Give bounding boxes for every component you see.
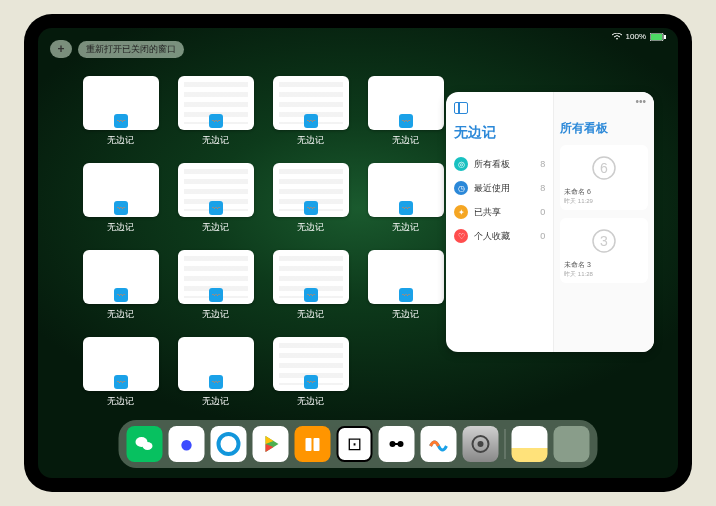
- window-label: 无边记: [297, 308, 324, 321]
- battery-icon: [650, 33, 666, 41]
- window-thumbnail[interactable]: 无边记: [268, 337, 353, 408]
- freeform-app-icon: [209, 375, 223, 389]
- nav-item[interactable]: ◷最近使用8: [454, 176, 545, 200]
- window-preview[interactable]: [368, 163, 444, 217]
- nav-item-count: 0: [540, 207, 545, 217]
- dock-app-books[interactable]: [295, 426, 331, 462]
- battery-percent: 100%: [626, 32, 646, 41]
- window-label: 无边记: [392, 134, 419, 147]
- dock-app-settings[interactable]: [463, 426, 499, 462]
- window-label: 无边记: [202, 395, 229, 408]
- board-sketch: 6: [564, 149, 644, 187]
- window-preview[interactable]: [83, 337, 159, 391]
- window-thumbnail[interactable]: 无边记: [173, 337, 258, 408]
- reopen-closed-window-button[interactable]: 重新打开已关闭的窗口: [78, 41, 184, 58]
- panel-title: 无边记: [454, 124, 545, 142]
- window-label: 无边记: [202, 308, 229, 321]
- board-sketch: 3: [564, 222, 644, 260]
- window-preview[interactable]: [178, 337, 254, 391]
- app-expose-grid: 无边记无边记无边记无边记无边记无边记无边记无边记无边记无边记无边记无边记无边记无…: [78, 76, 448, 408]
- window-preview[interactable]: [273, 76, 349, 130]
- window-label: 无边记: [392, 308, 419, 321]
- window-label: 无边记: [202, 134, 229, 147]
- window-preview[interactable]: [178, 76, 254, 130]
- window-thumbnail[interactable]: 无边记: [363, 76, 448, 147]
- freeform-app-icon: [399, 201, 413, 215]
- window-preview[interactable]: [83, 163, 159, 217]
- window-thumbnail[interactable]: 无边记: [78, 76, 163, 147]
- panel-boards: 所有看板 6未命名 6昨天 11:293未命名 3昨天 11:28: [554, 92, 654, 352]
- window-thumbnail[interactable]: 无边记: [363, 163, 448, 234]
- more-icon[interactable]: •••: [635, 96, 646, 107]
- dock-app-freeform[interactable]: [421, 426, 457, 462]
- window-label: 无边记: [202, 221, 229, 234]
- nav-item-label: 所有看板: [474, 158, 510, 171]
- window-preview[interactable]: [178, 250, 254, 304]
- freeform-app-icon: [304, 288, 318, 302]
- panel-right-title: 所有看板: [560, 120, 648, 137]
- window-label: 无边记: [107, 134, 134, 147]
- window-preview[interactable]: [368, 76, 444, 130]
- nav-item-label: 个人收藏: [474, 230, 510, 243]
- window-thumbnail[interactable]: 无边记: [268, 163, 353, 234]
- window-thumbnail[interactable]: 无边记: [173, 250, 258, 321]
- dock-app-folder[interactable]: [554, 426, 590, 462]
- freeform-app-icon: [304, 114, 318, 128]
- nav-item-label: 已共享: [474, 206, 501, 219]
- nav-item[interactable]: ♡个人收藏0: [454, 224, 545, 248]
- window-thumbnail[interactable]: 无边记: [173, 76, 258, 147]
- freeform-sidebar-panel[interactable]: ••• 无边记 ◎所有看板8◷最近使用8✦已共享0♡个人收藏0 所有看板 6未命…: [446, 92, 654, 352]
- svg-text:6: 6: [600, 160, 608, 176]
- freeform-app-icon: [304, 375, 318, 389]
- svg-rect-14: [314, 438, 320, 451]
- window-label: 无边记: [107, 221, 134, 234]
- freeform-app-icon: [209, 201, 223, 215]
- board-meta: 未命名 6昨天 11:29: [564, 187, 644, 206]
- window-thumbnail[interactable]: 无边记: [78, 163, 163, 234]
- window-thumbnail[interactable]: 无边记: [78, 337, 163, 408]
- window-thumbnail[interactable]: 无边记: [173, 163, 258, 234]
- dock-app-dots[interactable]: ⊡: [337, 426, 373, 462]
- svg-point-19: [478, 441, 484, 447]
- dock-app-bw[interactable]: [379, 426, 415, 462]
- sidebar-toggle-icon[interactable]: [454, 102, 468, 114]
- svg-point-8: [143, 442, 153, 450]
- window-preview[interactable]: [83, 250, 159, 304]
- freeform-app-icon: [114, 288, 128, 302]
- window-preview[interactable]: [273, 250, 349, 304]
- freeform-app-icon: [399, 288, 413, 302]
- nav-item-icon: ♡: [454, 229, 468, 243]
- dock: ●⊡: [119, 420, 598, 468]
- dock-separator: [505, 429, 506, 459]
- nav-item-icon: ✦: [454, 205, 468, 219]
- dock-app-wechat[interactable]: [127, 426, 163, 462]
- window-preview[interactable]: [273, 337, 349, 391]
- nav-item[interactable]: ✦已共享0: [454, 200, 545, 224]
- window-thumbnail[interactable]: 无边记: [268, 250, 353, 321]
- board-card[interactable]: 3未命名 3昨天 11:28: [560, 218, 648, 283]
- window-label: 无边记: [297, 221, 324, 234]
- window-thumbnail[interactable]: 无边记: [268, 76, 353, 147]
- window-preview[interactable]: [273, 163, 349, 217]
- window-preview[interactable]: [178, 163, 254, 217]
- window-preview[interactable]: [368, 250, 444, 304]
- nav-item-count: 8: [540, 159, 545, 169]
- dock-app-quark[interactable]: ●: [169, 426, 205, 462]
- new-window-button[interactable]: +: [50, 40, 72, 58]
- svg-rect-1: [651, 34, 662, 40]
- panel-nav: 无边记 ◎所有看板8◷最近使用8✦已共享0♡个人收藏0: [446, 92, 554, 352]
- freeform-app-icon: [304, 201, 318, 215]
- board-card[interactable]: 6未命名 6昨天 11:29: [560, 145, 648, 210]
- ipad-frame: 100% + 重新打开已关闭的窗口 无边记无边记无边记无边记无边记无边记无边记无…: [24, 14, 692, 492]
- dock-app-play[interactable]: [253, 426, 289, 462]
- freeform-app-icon: [114, 375, 128, 389]
- dock-app-notes[interactable]: [512, 426, 548, 462]
- nav-item-label: 最近使用: [474, 182, 510, 195]
- window-thumbnail[interactable]: 无边记: [363, 250, 448, 321]
- board-meta: 未命名 3昨天 11:28: [564, 260, 644, 279]
- window-thumbnail[interactable]: 无边记: [78, 250, 163, 321]
- window-preview[interactable]: [83, 76, 159, 130]
- dock-app-qqbrowser[interactable]: [211, 426, 247, 462]
- window-label: 无边记: [107, 395, 134, 408]
- nav-item[interactable]: ◎所有看板8: [454, 152, 545, 176]
